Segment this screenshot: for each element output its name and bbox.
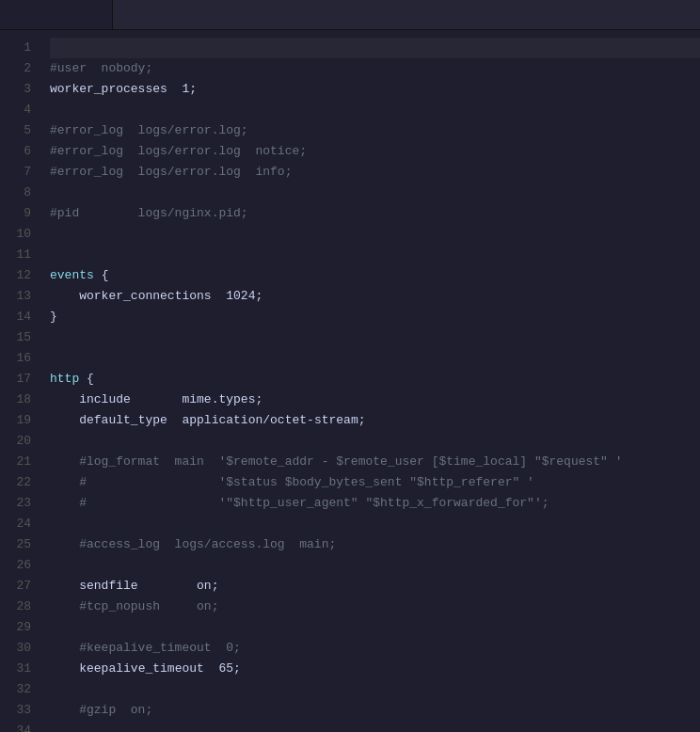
code-line: events { bbox=[50, 265, 700, 286]
code-line: ​ bbox=[50, 514, 700, 534]
line-number: 24 bbox=[15, 514, 31, 534]
code-line: ​ bbox=[50, 100, 700, 120]
code-line: ​ bbox=[50, 555, 700, 576]
code-line: #pid logs/nginx.pid; bbox=[50, 203, 700, 224]
line-number: 9 bbox=[15, 203, 31, 224]
line-number: 19 bbox=[15, 410, 31, 431]
line-number: 28 bbox=[15, 597, 31, 617]
line-number: 16 bbox=[15, 348, 31, 369]
code-line: ​ bbox=[50, 183, 700, 203]
line-number: 25 bbox=[15, 534, 31, 555]
code-line: ​ bbox=[50, 327, 700, 348]
code-line: #keepalive_timeout 0; bbox=[50, 638, 700, 659]
line-number: 13 bbox=[15, 286, 31, 307]
code-line: ​ bbox=[50, 431, 700, 452]
line-number: 5 bbox=[15, 120, 31, 141]
line-number: 12 bbox=[15, 265, 31, 286]
line-number: 34 bbox=[15, 721, 31, 732]
line-number: 30 bbox=[15, 638, 31, 659]
code-line: #error_log logs/error.log notice; bbox=[50, 141, 700, 162]
code-area[interactable]: 1234567891011121314151617181920212223242… bbox=[0, 30, 700, 732]
code-line: #log_format main '$remote_addr - $remote… bbox=[50, 452, 700, 472]
line-number: 29 bbox=[15, 617, 31, 638]
line-number: 3 bbox=[15, 79, 31, 100]
line-number: 6 bbox=[15, 141, 31, 162]
line-number: 10 bbox=[15, 224, 31, 245]
line-number: 1 bbox=[15, 38, 31, 58]
line-number: 15 bbox=[15, 327, 31, 348]
code-line: #access_log logs/access.log main; bbox=[50, 534, 700, 555]
line-number: 22 bbox=[15, 472, 31, 493]
line-number: 32 bbox=[15, 679, 31, 700]
line-number: 23 bbox=[15, 493, 31, 514]
code-line: default_type application/octet-stream; bbox=[50, 410, 700, 431]
line-number: 27 bbox=[15, 576, 31, 597]
code-line: http { bbox=[50, 369, 700, 390]
code-line: keepalive_timeout 65; bbox=[50, 659, 700, 679]
code-content[interactable]: ​#user nobody;worker_processes 1;​#error… bbox=[42, 30, 700, 732]
line-numbers: 1234567891011121314151617181920212223242… bbox=[0, 30, 42, 732]
file-tab[interactable] bbox=[0, 0, 113, 29]
code-line: ​ bbox=[50, 721, 700, 732]
line-number: 2 bbox=[15, 58, 31, 79]
code-line: # '$status $body_bytes_sent "$http_refer… bbox=[50, 472, 700, 493]
code-line: include mime.types; bbox=[50, 390, 700, 410]
code-line: ​ bbox=[50, 679, 700, 700]
line-number: 4 bbox=[15, 100, 31, 120]
line-number: 18 bbox=[15, 390, 31, 410]
code-line: ​ bbox=[50, 38, 700, 58]
code-line: # '"$http_user_agent" "$http_x_forwarded… bbox=[50, 493, 700, 514]
line-number: 8 bbox=[15, 183, 31, 203]
line-number: 21 bbox=[15, 452, 31, 472]
line-number: 14 bbox=[15, 307, 31, 327]
code-line: ​ bbox=[50, 617, 700, 638]
code-line: #user nobody; bbox=[50, 58, 700, 79]
code-line: #error_log logs/error.log info; bbox=[50, 162, 700, 183]
editor-window: 1234567891011121314151617181920212223242… bbox=[0, 0, 700, 732]
line-number: 7 bbox=[15, 162, 31, 183]
code-line: ​ bbox=[50, 245, 700, 265]
line-number: 33 bbox=[15, 700, 31, 721]
line-number: 11 bbox=[15, 245, 31, 265]
code-line: worker_processes 1; bbox=[50, 79, 700, 100]
code-line: #gzip on; bbox=[50, 700, 700, 721]
code-line: #error_log logs/error.log; bbox=[50, 120, 700, 141]
code-line: sendfile on; bbox=[50, 576, 700, 597]
line-number: 20 bbox=[15, 431, 31, 452]
line-number: 31 bbox=[15, 659, 31, 679]
code-line: ​ bbox=[50, 348, 700, 369]
code-line: #tcp_nopush on; bbox=[50, 597, 700, 617]
line-number: 26 bbox=[15, 555, 31, 576]
code-line: } bbox=[50, 307, 700, 327]
tab-bar bbox=[0, 0, 700, 30]
line-number: 17 bbox=[15, 369, 31, 390]
code-line: ​ bbox=[50, 224, 700, 245]
code-line: worker_connections 1024; bbox=[50, 286, 700, 307]
